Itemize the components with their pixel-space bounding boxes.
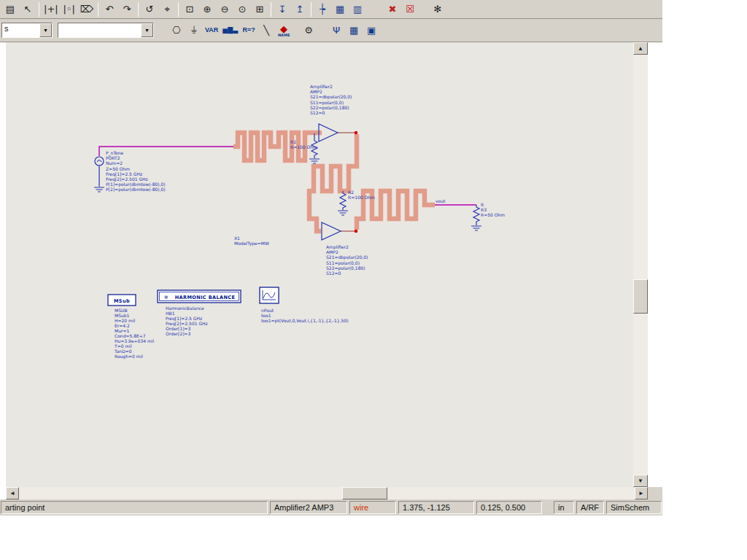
edit-parameters-button[interactable]: R=? — [240, 23, 258, 39]
pop-out-of-hierarchy-button[interactable]: ↥ — [291, 1, 309, 18]
amp-bottom-label[interactable]: AMP2 — [326, 249, 338, 254]
r3-label[interactable]: R3 — [481, 207, 487, 212]
port2-label[interactable]: PORT2 — [106, 155, 120, 160]
view-all-button[interactable]: ⊞ — [251, 1, 268, 18]
horizontal-scrollbar[interactable]: ◄ ► — [0, 487, 662, 499]
simulate-button[interactable]: ⚙ — [300, 23, 317, 39]
amplifier-top[interactable] — [319, 124, 357, 141]
horizontal-scroll-track[interactable] — [19, 487, 635, 499]
zoom-page-button[interactable]: ⊙ — [233, 1, 251, 18]
msub-params-label[interactable]: Er=4.2 — [115, 323, 130, 328]
amplifier-bottom[interactable] — [322, 222, 357, 240]
schematic-canvas[interactable]: MSub ✲ HARMONIC BALANCE P_nTonePORT2Num=… — [6, 42, 633, 487]
msub-box[interactable]: MSub — [108, 295, 136, 306]
insert-component-button[interactable]: ⎔ — [168, 23, 185, 39]
port2-label[interactable]: Num=2 — [106, 160, 123, 166]
insert-ground-button[interactable]: ⏚ — [185, 23, 203, 39]
wires[interactable] — [99, 147, 476, 205]
hb-params-label[interactable]: Order[1]=3 — [166, 326, 191, 331]
pout-params-label[interactable]: nPout — [261, 308, 274, 313]
msub-params-label[interactable]: Hu=3.9e+034 mil — [115, 338, 154, 343]
node-dot — [355, 230, 358, 233]
move-item-button[interactable]: ⌖ — [158, 1, 176, 18]
amp-top-label[interactable]: S12=0 — [310, 110, 325, 115]
r3-label[interactable]: R — [481, 202, 484, 207]
scroll-right-icon[interactable]: ► — [635, 487, 648, 499]
msub-params-label[interactable]: Cond=5.8E+7 — [115, 333, 146, 338]
amp-bottom-label[interactable]: S12=0 — [326, 271, 341, 276]
pout-params-label[interactable]: too1=pt(Vout,0,Vout.i,{1,-1},{2,-1},50) — [261, 318, 349, 324]
msub-params-label[interactable]: H=20 mil — [115, 318, 136, 323]
undo-button[interactable]: ↶ — [101, 1, 118, 18]
insert-var-button[interactable]: VAR — [203, 23, 220, 39]
vertical-scroll-thumb[interactable] — [633, 279, 648, 314]
zoom-in-button[interactable]: ⊕ — [198, 1, 216, 18]
palette-combo[interactable]: s ▼ — [1, 23, 53, 38]
harmonic-balance-controller[interactable]: ✲ HARMONIC BALANCE — [158, 290, 241, 303]
redo-button[interactable]: ↷ — [118, 1, 136, 18]
msub-params-label[interactable]: MSUB — [115, 308, 128, 313]
insert-display-template-button[interactable]: ▅▇▃ — [220, 23, 240, 39]
msub-params-label[interactable]: T=0 mil — [114, 343, 132, 349]
ads-schematic-window: ▤↖|+||◦|⌦↶↷↺⌖⊡⊕⊖⊙⊞↧↥┾▦▥✖☒✻ s ▼ ▼ ⎔⏚VAR▅▇… — [0, 0, 662, 516]
simulation-setup-button[interactable]: ▣ — [363, 23, 380, 39]
hierarchy-editor-icon: ▥ — [353, 4, 362, 14]
msub-params-label[interactable]: TanD=0 — [114, 349, 132, 354]
scroll-left-icon[interactable]: ◄ — [6, 487, 19, 499]
insert-wire-button[interactable]: ┾ — [314, 1, 331, 18]
r2-label[interactable]: R=100 Ohm — [348, 195, 375, 200]
insert-pin-button[interactable]: |+| — [42, 1, 61, 18]
r3-label[interactable]: R=50 Ohm — [481, 212, 505, 217]
palette-combo-arrow-icon[interactable]: ▼ — [39, 23, 52, 37]
r1-label[interactable]: R1 — [290, 139, 296, 144]
rotate-item-button[interactable]: ↺ — [141, 1, 158, 18]
deactivate-component-button[interactable]: ✖ — [384, 1, 401, 18]
pout-measurement-icon[interactable] — [260, 287, 279, 303]
hb-params-label[interactable]: HarmonicBalance — [166, 306, 204, 311]
r2-label[interactable]: R2 — [348, 190, 354, 195]
insert-probe-button[interactable]: Ψ — [328, 23, 345, 39]
schematic-drawing[interactable]: MSub ✲ HARMONIC BALANCE P_nTonePORT2Num=… — [6, 42, 633, 487]
model-type-label[interactable]: ModelType=MW — [234, 241, 269, 246]
zoom-out-button[interactable]: ⊖ — [216, 1, 233, 18]
port2-source[interactable] — [94, 157, 104, 192]
insert-wire-tool-button[interactable]: ╲ — [258, 23, 275, 39]
resistor-r2[interactable] — [338, 191, 348, 215]
insert-display-template-icon: ▅▇▃ — [222, 27, 238, 34]
pointer-tool-button[interactable]: ↖ — [19, 1, 36, 18]
msub-params-label[interactable]: MSub1 — [115, 313, 130, 318]
r1-label[interactable]: R=100 Ohm — [290, 144, 317, 149]
amp-top-label[interactable]: AMP2 — [310, 89, 322, 94]
port2-label[interactable]: P[2]=polar(dbmtow(-80),0) — [106, 187, 166, 192]
pout-params-label[interactable]: too1 — [261, 313, 271, 318]
vertical-scroll-track[interactable] — [633, 55, 648, 475]
zoom-area-button[interactable]: ⊡ — [181, 1, 198, 18]
hierarchy-editor-button[interactable]: ▥ — [349, 1, 366, 18]
port2-label[interactable]: Z=50 Ohm — [106, 166, 130, 171]
scroll-down-icon[interactable]: ▼ — [633, 475, 648, 487]
component-history-combo-arrow-icon[interactable]: ▼ — [141, 23, 153, 37]
highlight-node-button[interactable]: ✻ — [429, 1, 446, 18]
resistor-r3[interactable] — [471, 205, 481, 230]
hb-params-label[interactable]: Order[2]=3 — [166, 331, 191, 336]
push-into-hierarchy-button[interactable]: ↧ — [274, 1, 291, 18]
insert-port-button[interactable]: |◦| — [61, 1, 78, 18]
insert-wire-name-button[interactable]: ◆NAME — [275, 23, 293, 39]
scroll-up-icon[interactable]: ▲ — [633, 42, 648, 55]
component-history-combo[interactable]: ▼ — [58, 23, 154, 38]
open-design-button[interactable]: ▤ — [1, 1, 19, 18]
vertical-scrollbar[interactable]: ▲ ▼ — [633, 42, 648, 487]
msub-params-label[interactable]: Rough=0 mil — [115, 354, 143, 359]
hb-params-label[interactable]: HB1 — [166, 311, 175, 316]
delete-item-button[interactable]: ⌦ — [78, 1, 96, 18]
toolbar-separator — [311, 2, 311, 17]
deactivate-and-short-button[interactable]: ☒ — [401, 1, 419, 18]
component-library-button[interactable]: ▦ — [331, 1, 349, 18]
data-display-matrix-button[interactable]: ▦ — [345, 23, 363, 39]
push-into-hierarchy-icon: ↧ — [279, 4, 287, 14]
vout-node-label[interactable]: vout — [436, 198, 446, 203]
horizontal-scroll-thumb[interactable] — [342, 487, 387, 499]
microstrip-meander-lines[interactable] — [233, 133, 435, 231]
msub-params-label[interactable]: Mur=1 — [115, 328, 129, 333]
model-type-label[interactable]: X1 — [234, 236, 240, 241]
